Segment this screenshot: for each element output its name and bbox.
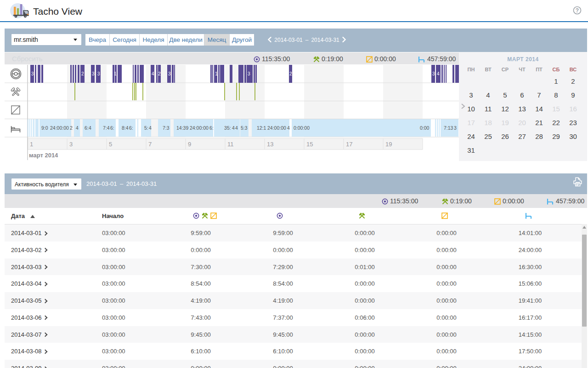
svg-text:4: 4 — [235, 125, 238, 131]
svg-text:4: 4 — [437, 71, 440, 76]
svg-text:6:: 6: — [85, 125, 89, 131]
svg-text:9:0: 9:0 — [41, 125, 48, 131]
svg-text:6:: 6: — [209, 125, 214, 131]
svg-text:1: 1 — [215, 71, 218, 76]
svg-text:3: 3 — [454, 125, 457, 131]
svg-text:2: 2 — [289, 71, 292, 76]
svg-text:0:00:00: 0:00:00 — [294, 125, 310, 131]
svg-text:6:: 6: — [129, 125, 133, 131]
svg-text:6:: 6: — [110, 125, 114, 131]
svg-text:4: 4 — [152, 71, 154, 76]
svg-text:1: 1 — [30, 141, 33, 148]
svg-text:1: 1 — [114, 71, 117, 76]
svg-text:14:39: 14:39 — [176, 125, 188, 131]
svg-text:24:00:00: 24:00:00 — [190, 125, 209, 131]
svg-text:0:00: 0:00 — [420, 125, 430, 131]
svg-text:7: 7 — [148, 141, 152, 148]
svg-text:3: 3 — [432, 71, 435, 76]
svg-text:19: 19 — [385, 141, 392, 148]
svg-text:24:00:00: 24:00:00 — [50, 125, 69, 131]
svg-text:3: 3 — [69, 141, 73, 148]
svg-text:7:13: 7:13 — [444, 125, 453, 131]
svg-text:15: 15 — [306, 141, 313, 148]
svg-text:4: 4 — [89, 125, 91, 131]
svg-text:9: 9 — [188, 141, 191, 148]
svg-text:24:00:00: 24:00:00 — [267, 125, 286, 131]
svg-text:3: 3 — [31, 71, 34, 76]
svg-text:5:: 5: — [227, 125, 231, 131]
svg-text:4: 4 — [287, 125, 290, 131]
svg-text:2: 2 — [70, 125, 73, 131]
svg-text:8:4: 8:4 — [122, 125, 129, 131]
svg-text:5: 5 — [109, 141, 112, 148]
svg-text:2: 2 — [81, 71, 84, 76]
svg-text:?: ? — [576, 7, 579, 14]
svg-text:3: 3 — [168, 71, 171, 76]
svg-text:4: 4 — [76, 125, 79, 131]
svg-text:4: 4 — [232, 125, 235, 131]
svg-text:3: 3 — [92, 71, 95, 76]
svg-text:12:1: 12:1 — [257, 125, 266, 131]
svg-text:4: 4 — [149, 125, 152, 131]
svg-text:3: 3 — [97, 71, 100, 76]
svg-text:5:3: 5:3 — [241, 125, 248, 131]
svg-text:5:: 5: — [144, 125, 148, 131]
svg-text:7:4: 7:4 — [103, 125, 110, 131]
svg-text:13: 13 — [267, 141, 273, 148]
svg-text:7:3: 7:3 — [163, 125, 170, 131]
svg-text:11: 11 — [227, 141, 234, 148]
svg-text:3: 3 — [248, 71, 250, 76]
svg-text:17: 17 — [346, 141, 352, 148]
svg-text:март 2014: март 2014 — [29, 152, 58, 159]
svg-text:2: 2 — [158, 71, 161, 76]
